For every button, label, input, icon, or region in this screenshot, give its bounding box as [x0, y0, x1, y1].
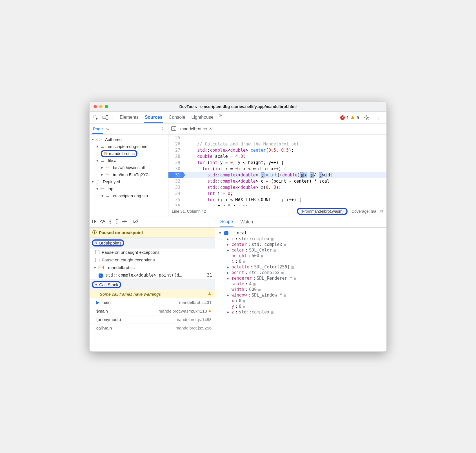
svg-point-7 [102, 222, 103, 223]
tree-top[interactable]: ▼▭ top [90, 185, 168, 192]
memory-icon[interactable]: ▦ [292, 265, 294, 269]
scope-variable[interactable]: height: 600▦ [219, 253, 382, 259]
tree-authored[interactable]: ▼< > Authored [90, 136, 168, 143]
scope-variable[interactable]: ▶point: std::complex▦ [219, 270, 382, 275]
memory-icon[interactable]: ▦ [243, 259, 245, 264]
tab-elements[interactable]: Elements [119, 112, 139, 123]
zoom-window-button[interactable] [105, 105, 108, 108]
svg-rect-6 [92, 220, 93, 223]
svg-point-13 [126, 221, 127, 222]
error-warning-counts[interactable]: ✕ 1 5 [340, 115, 359, 120]
tab-watch[interactable]: Watch [240, 219, 253, 225]
cursor-position: Line 31, Column 42 [172, 209, 206, 214]
scope-variable[interactable]: width: 600▦ [219, 287, 382, 292]
scope-pane: ▼L Local ▶c: std::complex▦▶center: std::… [215, 228, 386, 351]
step-icon[interactable] [122, 219, 127, 225]
editor-statusbar: Line 31, Column 42 (From mandelbrot.wasm… [168, 206, 386, 216]
scope-variable[interactable]: i: 0▦ [219, 259, 382, 264]
page-subtab[interactable]: Page [92, 124, 103, 134]
page-more-icon[interactable]: » [106, 126, 109, 132]
callstack-header[interactable]: ▼ Call Stack [90, 279, 215, 290]
scope-local-header[interactable]: ▼L Local [219, 230, 382, 236]
close-tab-icon[interactable]: ✕ [209, 127, 212, 131]
scope-variable[interactable]: ▶z: std::complex▦ [219, 309, 382, 315]
memory-icon[interactable]: ▦ [284, 243, 286, 247]
tree-host-authored[interactable]: ▼☁︎ emscripten-dbg-storie [90, 143, 168, 150]
step-into-icon[interactable] [108, 219, 112, 225]
page-kebab-icon[interactable]: ⋮ [160, 126, 165, 132]
breakpoints-header[interactable]: ▼ Breakpoints [90, 237, 215, 248]
file-tab-name: mandelbrot.cc [180, 126, 207, 131]
svg-rect-2 [106, 115, 108, 119]
step-over-icon[interactable] [100, 219, 105, 225]
warning-icon [208, 292, 212, 296]
callstack-frame[interactable]: $mainmandelbrot.wasm:0x4118 [90, 307, 215, 315]
memory-icon[interactable]: ▦ [284, 293, 286, 297]
toggle-navigator-icon[interactable] [171, 126, 176, 132]
info-icon: ⓘ [92, 230, 97, 235]
devtools-window: DevTools - emscripten-dbg-stories.netlif… [89, 101, 387, 352]
tab-scope[interactable]: Scope [220, 217, 233, 227]
device-toolbar-icon[interactable] [101, 114, 109, 122]
memory-icon[interactable]: ▦ [273, 248, 276, 252]
debug-controls [90, 216, 215, 227]
scope-variable[interactable]: x: 0▦ [219, 298, 382, 304]
callstack-frame[interactable]: callMainmandelbrot.js:9256 [90, 324, 215, 332]
memory-icon[interactable]: ▦ [258, 288, 261, 292]
pause-caught-row[interactable]: Pause on caught exceptions [90, 256, 215, 264]
scope-variable[interactable]: ▶renderer: SDL_Renderer *▦ [219, 275, 382, 281]
sources-split: ▼< > Authored ▼☁︎ emscripten-dbg-storie … [90, 135, 386, 216]
memory-icon[interactable]: ▦ [243, 304, 245, 309]
tree-deployed[interactable]: ▼⬡ Deployed [90, 178, 168, 185]
tree-path-2[interactable]: ▶🗀 tmp/tmp.ELcTq2YC [90, 171, 168, 178]
scope-variable[interactable]: ▶palette: SDL_Color[256]▦ [219, 264, 382, 270]
memory-icon[interactable]: ▦ [294, 276, 296, 281]
scope-variable[interactable]: ▶color: SDL_Color▦ [219, 247, 382, 253]
resume-icon[interactable] [92, 219, 97, 225]
code-area[interactable]: 25 26 // Calculate and draw the Mandelbr… [168, 135, 386, 206]
tree-path-1[interactable]: ▶🗀 b/s/w/ir/x/w/install [90, 164, 168, 171]
tab-sources[interactable]: Sources [144, 112, 163, 123]
memory-icon[interactable]: ▦ [243, 299, 245, 303]
bp-code-row[interactable]: ✓ std::complex<double> point((d… 31 [90, 271, 215, 279]
kebab-menu-icon[interactable]: ⋮ [375, 114, 382, 122]
scope-variable[interactable]: scale: 4▦ [219, 281, 382, 287]
callstack-frame[interactable]: ▶mainmandelbrot.cc:31 [90, 298, 215, 307]
memory-icon[interactable]: ▦ [261, 254, 263, 258]
divider [130, 219, 130, 225]
more-tabs-icon[interactable]: » [219, 112, 222, 123]
close-window-button[interactable] [94, 105, 97, 108]
memory-icon[interactable]: ▦ [271, 237, 273, 241]
pause-uncaught-row[interactable]: Pause on uncaught exceptions [90, 248, 215, 256]
step-out-icon[interactable] [115, 219, 119, 225]
memory-icon[interactable]: ▦ [253, 282, 255, 286]
sourcemap-origin[interactable]: (From mandelbrot.wasm) [297, 208, 348, 215]
coverage-label: Coverage: n/a [352, 209, 376, 214]
debugger-bottom: ⓘ Paused on breakpoint ▼ Breakpoints Pau… [90, 228, 386, 351]
memory-icon[interactable]: ▦ [281, 271, 284, 275]
scope-variable[interactable]: ▶c: std::complex▦ [219, 236, 382, 242]
paused-banner: ⓘ Paused on breakpoint [90, 228, 215, 237]
tree-host-deployed[interactable]: ▼☁︎ emscripten-dbg-sto [90, 192, 168, 199]
warning-icon [350, 115, 355, 120]
debug-left-pane: ⓘ Paused on breakpoint ▼ Breakpoints Pau… [90, 228, 215, 351]
memory-icon[interactable]: ▦ [271, 310, 273, 314]
callstack-warning: Some call frames have warnings [90, 290, 215, 298]
scope-variable[interactable]: ▶window: SDL_Window *▦ [219, 292, 382, 298]
editor-file-tab[interactable]: mandelbrot.cc ✕ [179, 125, 213, 133]
tree-file-scheme[interactable]: ▼☁︎ file:// [90, 157, 168, 164]
inspect-element-icon[interactable] [92, 114, 100, 122]
minimize-window-button[interactable] [99, 105, 103, 108]
settings-icon[interactable] [363, 114, 371, 122]
secondary-bar: Page » ⋮ mandelbrot.cc ✕ [90, 124, 386, 135]
file-mandelbrot-cc[interactable]: 🗋 mandelbrot.cc [90, 150, 168, 157]
tab-console[interactable]: Console [168, 112, 186, 123]
show-drawer-icon[interactable]: ⧉ [380, 209, 383, 214]
bp-file-row[interactable]: ▼<> mandelbrot.cc [90, 264, 215, 271]
debugger-toolbar-row: Scope Watch [90, 216, 386, 228]
scope-variable[interactable]: ▶center: std::complex▦ [219, 242, 382, 247]
callstack-frame[interactable]: (anonymous)mandelbrot.js:1488 [90, 315, 215, 324]
scope-variable[interactable]: y: 0▦ [219, 304, 382, 309]
tab-lighthouse[interactable]: Lighthouse [191, 112, 214, 123]
deactivate-breakpoints-icon[interactable] [133, 219, 139, 225]
